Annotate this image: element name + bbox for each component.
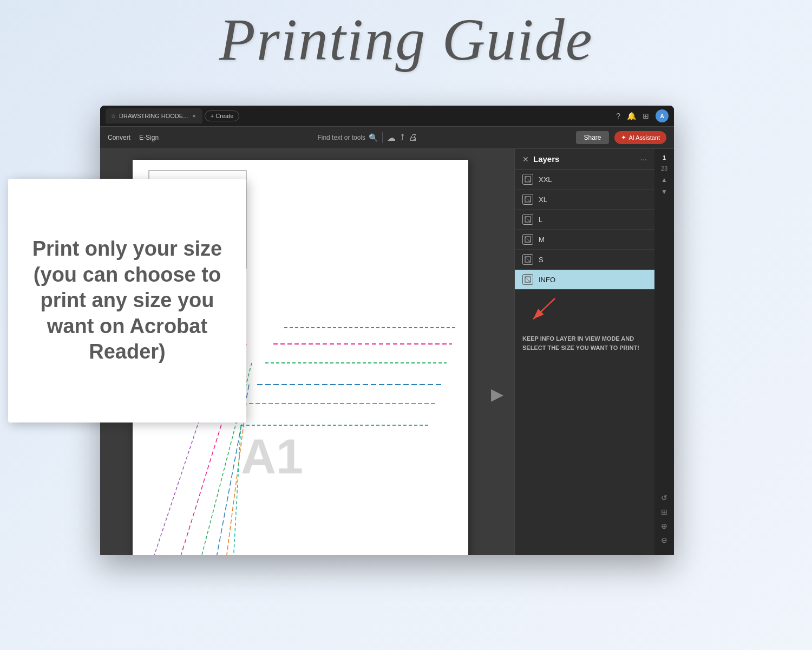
grid-icon[interactable]: ⊞: [643, 112, 649, 120]
svg-line-16: [525, 197, 531, 202]
page-down-chevron[interactable]: ▼: [661, 188, 667, 196]
layers-more-button[interactable]: ···: [640, 155, 647, 164]
print-icon[interactable]: 🖨: [409, 133, 417, 142]
title-bar: ☆ DRAWSTRING HOODE... × + Create ? 🔔 ⊞ A: [100, 106, 674, 126]
svg-line-26: [533, 298, 555, 319]
ai-label: AI Assistant: [629, 134, 660, 141]
convert-menu[interactable]: Convert: [108, 134, 130, 141]
profile-avatar[interactable]: A: [656, 109, 669, 122]
toolbar-divider: [382, 132, 383, 143]
page-thumb-panel: 1 23 ▲ ▼ ↺ ⊞ ⊕ ⊖: [654, 149, 674, 555]
tab-close-button[interactable]: ×: [191, 113, 197, 119]
toolbar: Convert E-Sign Find text or tools 🔍 ☁ ⤴ …: [100, 126, 674, 149]
title-bar-controls: ? 🔔 ⊞ A: [616, 109, 669, 122]
star-icon: ☆: [111, 113, 116, 119]
svg-line-14: [525, 177, 531, 182]
visibility-icon-s: [525, 256, 531, 263]
visibility-icon-info: [525, 276, 531, 283]
search-label: Find text or tools: [317, 134, 365, 141]
layer-s-label: S: [539, 256, 543, 264]
instruction-card: Print only your size (you can choose to …: [8, 179, 246, 422]
ai-icon: ✦: [621, 134, 626, 141]
help-icon[interactable]: ?: [616, 112, 620, 120]
visibility-icon-l: [525, 216, 531, 223]
layer-l-label: L: [539, 216, 542, 224]
page-up-chevron[interactable]: ▲: [661, 176, 667, 184]
layer-xxl-label: XXL: [539, 176, 552, 184]
ai-assistant-button[interactable]: ✦ AI Assistant: [614, 131, 666, 144]
layer-l[interactable]: L: [515, 210, 654, 230]
arrow-area: [515, 290, 654, 328]
layer-info-icon: [522, 274, 533, 285]
layer-info-label: INFO: [539, 276, 555, 284]
page-title-area: Printing Guide: [0, 5, 812, 74]
share-button[interactable]: Share: [576, 131, 608, 144]
notification-icon[interactable]: 🔔: [627, 112, 636, 120]
layer-s[interactable]: S: [515, 250, 654, 270]
layer-s-icon: [522, 254, 533, 265]
svg-line-22: [525, 257, 531, 262]
svg-line-20: [525, 237, 531, 242]
layer-xl-label: XL: [539, 196, 547, 204]
bottom-thumb-icons: ↺ ⊞ ⊕ ⊖: [661, 493, 667, 550]
save-to-cloud-icon[interactable]: ☁: [387, 133, 396, 143]
card-text: Print only your size (you can choose to …: [24, 236, 230, 365]
visibility-icon-m: [525, 236, 531, 243]
toolbar-left: Convert E-Sign: [108, 134, 159, 141]
layer-m-icon: [522, 234, 533, 245]
layer-xxl[interactable]: XXL: [515, 170, 654, 190]
toolbar-center: Find text or tools 🔍 ☁ ⤴ 🖨: [167, 132, 567, 143]
right-panel: ✕ Layers ··· XXL XL: [514, 149, 674, 555]
layer-m-label: M: [539, 236, 545, 244]
search-icon[interactable]: 🔍: [369, 133, 378, 142]
instruction-area: KEEP INFO LAYER IN VIEW MODE AND SELECT …: [515, 328, 654, 359]
visibility-icon: [525, 176, 531, 183]
tab-label: DRAWSTRING HOODE...: [119, 113, 188, 119]
canvas-arrow-right: ▶: [491, 385, 503, 404]
toolbar-right: Share ✦ AI Assistant: [576, 131, 666, 144]
instruction-text: KEEP INFO LAYER IN VIEW MODE AND SELECT …: [522, 335, 639, 351]
svg-line-24: [525, 277, 531, 282]
search-area: Find text or tools 🔍: [317, 133, 378, 142]
layer-m[interactable]: M: [515, 230, 654, 250]
esign-menu[interactable]: E-Sign: [139, 134, 159, 141]
red-arrow-annotation: [522, 293, 566, 326]
document-tab[interactable]: ☆ DRAWSTRING HOODE... ×: [106, 108, 202, 123]
layer-xl[interactable]: XL: [515, 190, 654, 210]
main-title: Printing Guide: [219, 6, 593, 73]
layer-xl-icon: [522, 194, 533, 205]
total-page-number: 23: [661, 165, 667, 172]
current-page-number: 1: [663, 154, 666, 161]
tab-area: ☆ DRAWSTRING HOODE... × + Create: [106, 108, 612, 123]
thumb-extract-icon[interactable]: ⊞: [661, 508, 667, 516]
layers-header: ✕ Layers ···: [515, 149, 654, 170]
svg-line-18: [525, 217, 531, 222]
layers-panel: ✕ Layers ··· XXL XL: [515, 149, 654, 555]
create-button[interactable]: + Create: [205, 110, 240, 121]
layer-l-icon: [522, 214, 533, 225]
thumb-zoom-in-icon[interactable]: ⊕: [661, 522, 667, 530]
layer-xxl-icon: [522, 174, 533, 185]
thumb-zoom-out-icon[interactable]: ⊖: [661, 536, 667, 544]
share-link-icon[interactable]: ⤴: [400, 133, 404, 142]
visibility-icon-xl: [525, 196, 531, 203]
thumb-rotate-icon[interactable]: ↺: [661, 493, 667, 502]
layers-panel-title: Layers: [533, 154, 636, 164]
layers-close-button[interactable]: ✕: [522, 155, 529, 164]
layer-info[interactable]: INFO: [515, 270, 654, 290]
page-label: A1: [241, 429, 303, 485]
svg-line-12: [233, 425, 241, 555]
